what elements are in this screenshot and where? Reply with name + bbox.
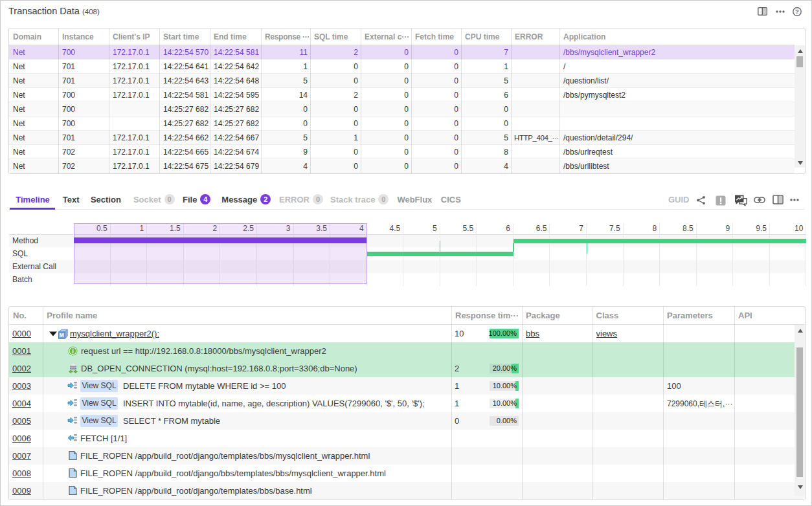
svg-text:M: M [60, 332, 64, 338]
svg-text:?: ? [795, 8, 799, 15]
